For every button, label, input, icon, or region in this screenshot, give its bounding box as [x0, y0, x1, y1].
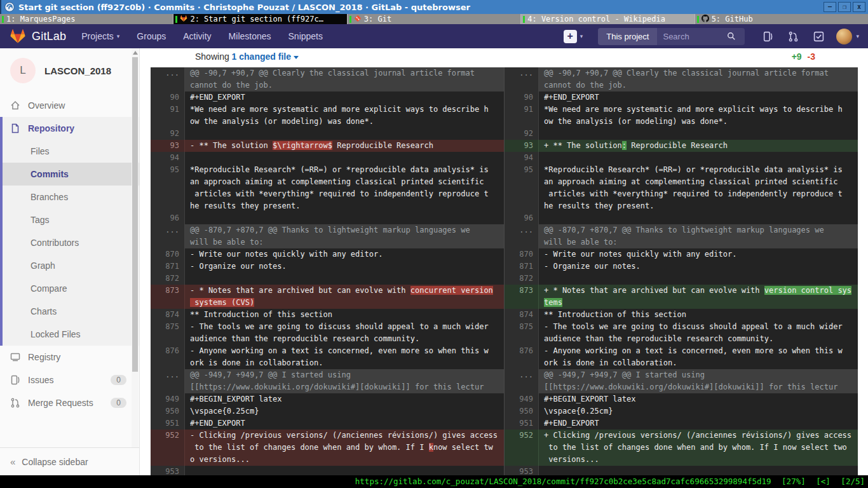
sidebar-scrollbar[interactable]	[132, 48, 139, 449]
chevron-down-icon[interactable]: ▾	[856, 34, 859, 39]
line-number[interactable]: 952	[505, 430, 539, 466]
line-number[interactable]: 93	[151, 140, 185, 152]
line-number[interactable]: 949	[505, 393, 539, 405]
line-number[interactable]: 95	[151, 164, 185, 212]
line-number[interactable]: ...	[151, 369, 185, 393]
nav-menu-snippets[interactable]: Snippets	[288, 31, 323, 41]
code-cell: *Reproducible Research* (=RR=) or *repro…	[539, 164, 858, 212]
line-number[interactable]: 874	[505, 309, 539, 321]
line-number[interactable]: 90	[151, 92, 185, 104]
line-number[interactable]: 870	[505, 248, 539, 261]
sidebar-item-compare[interactable]: Compare	[3, 277, 139, 300]
line-number[interactable]: ...	[505, 67, 539, 92]
line-number[interactable]: 96	[151, 212, 185, 224]
issues-icon[interactable]	[763, 31, 773, 42]
search-input[interactable]	[657, 32, 727, 41]
code-text: #+BEGIN_EXPORT latex	[544, 395, 636, 403]
line-number[interactable]: 876	[505, 345, 539, 369]
close-button[interactable]: x	[853, 2, 865, 12]
maximize-button[interactable]: ❐	[838, 2, 851, 12]
sidebar-item-contributors[interactable]: Contributors	[3, 231, 139, 254]
code-cell: - Organize our notes.	[185, 261, 504, 273]
sidebar-item-registry[interactable]: Registry	[0, 346, 139, 369]
sidebar-item-locked-files[interactable]: Locked Files	[3, 323, 139, 346]
sidebar-item-merge-requests[interactable]: Merge Requests0	[0, 391, 139, 414]
line-number[interactable]: 875	[505, 321, 539, 345]
line-number[interactable]: 871	[505, 261, 539, 273]
line-number[interactable]: 953	[505, 466, 539, 475]
scrollbar-thumb[interactable]	[132, 57, 138, 372]
line-number[interactable]: 952	[151, 430, 185, 466]
merge-request-icon[interactable]	[788, 31, 799, 42]
new-item-button[interactable]: +	[564, 30, 577, 43]
line-number[interactable]: 876	[151, 345, 185, 369]
search-group: This project	[598, 28, 745, 45]
line-number[interactable]: 873	[151, 285, 185, 309]
line-number[interactable]: 93	[505, 140, 539, 152]
browser-tab-1[interactable]: 1: MarquesPages	[0, 14, 173, 24]
code-cell: + Clicking /previous versions/ (/ancienn…	[539, 430, 858, 466]
line-number[interactable]: ...	[151, 67, 185, 92]
line-number[interactable]: 871	[151, 261, 185, 273]
line-number[interactable]: 95	[505, 164, 539, 212]
window-title: Start git section (ff927c0b) · Commits ·…	[18, 3, 470, 12]
sidebar-item-label: Branches	[31, 192, 68, 202]
collapse-sidebar-button[interactable]: « Collapse sidebar	[0, 447, 139, 475]
project-header[interactable]: L LASCON_2018	[0, 48, 139, 94]
browser-tab-2[interactable]: 2: Start git section (ff927c…	[173, 14, 347, 24]
line-number[interactable]: ...	[505, 224, 539, 248]
code-line: - Write our notes quickly with any edito…	[190, 248, 504, 261]
line-number[interactable]: 953	[151, 466, 185, 475]
line-number[interactable]: 92	[151, 128, 185, 140]
line-number[interactable]: 950	[505, 405, 539, 417]
line-number[interactable]: ...	[151, 224, 185, 248]
sidebar-item-tags[interactable]: Tags	[3, 208, 139, 231]
line-number[interactable]: 91	[151, 104, 185, 128]
nav-menu-groups[interactable]: Groups	[137, 31, 166, 41]
dropdown-caret-icon[interactable]	[294, 56, 299, 59]
sidebar-item-repository[interactable]: Repository	[3, 117, 139, 140]
nav-menu-activity[interactable]: Activity	[183, 31, 211, 41]
sidebar-item-overview[interactable]: Overview	[0, 94, 139, 117]
sidebar-item-branches[interactable]: Branches	[3, 186, 139, 208]
diff-row: 95*Reproducible Research* (=RR=) or *rep…	[151, 164, 504, 212]
line-number[interactable]: 874	[151, 309, 185, 321]
line-number[interactable]: 91	[505, 104, 539, 128]
todo-check-icon[interactable]	[813, 31, 824, 42]
sidebar-item-charts[interactable]: Charts	[3, 300, 139, 323]
gitlab-wordmark[interactable]: GitLab	[32, 30, 66, 43]
line-number[interactable]: 951	[151, 417, 185, 430]
line-number[interactable]: 96	[505, 212, 539, 224]
line-number[interactable]: 90	[505, 92, 539, 104]
changed-files-dropdown[interactable]: 1 changed file	[232, 51, 291, 62]
code-cell: @@ -949,7 +949,7 @@ I started using[[htt…	[185, 369, 504, 393]
line-number[interactable]: ...	[505, 369, 539, 393]
browser-tab-4[interactable]: 4: Version control - Wikipedia	[521, 14, 695, 24]
line-number[interactable]: 949	[151, 393, 185, 405]
line-number[interactable]: 92	[505, 128, 539, 140]
sidebar-item-commits[interactable]: Commits	[3, 163, 139, 186]
line-number[interactable]: 875	[151, 321, 185, 345]
line-number[interactable]: 872	[151, 273, 185, 285]
line-number[interactable]: 950	[151, 405, 185, 417]
sidebar-item-files[interactable]: Files	[3, 140, 139, 163]
sidebar-item-issues[interactable]: Issues0	[0, 369, 139, 391]
line-number[interactable]: 870	[151, 248, 185, 261]
nav-menu-milestones[interactable]: Milestones	[229, 31, 271, 41]
browser-tab-5[interactable]: 5: GitHub	[695, 14, 868, 24]
diff-panel-new: ...@@ -90,7 +90,7 @@ Clearly the classic…	[504, 67, 858, 475]
line-number[interactable]: 873	[505, 285, 539, 309]
nav-menu-projects[interactable]: Projects▾	[81, 31, 119, 41]
line-number[interactable]: 94	[505, 152, 539, 164]
user-avatar[interactable]	[836, 29, 852, 44]
line-number[interactable]: 951	[505, 417, 539, 430]
line-number[interactable]: 872	[505, 273, 539, 285]
minimize-button[interactable]: –	[824, 2, 836, 12]
diff-row: 873- * Notes that are archived but can e…	[151, 285, 504, 309]
sidebar-item-label: Charts	[31, 306, 57, 316]
scroll-up-arrow-icon[interactable]	[133, 51, 138, 55]
chevron-down-icon[interactable]: ▾	[580, 34, 583, 39]
sidebar-item-graph[interactable]: Graph	[3, 254, 139, 277]
line-number[interactable]: 94	[151, 152, 185, 164]
browser-tab-3[interactable]: 3: Git	[348, 14, 521, 24]
